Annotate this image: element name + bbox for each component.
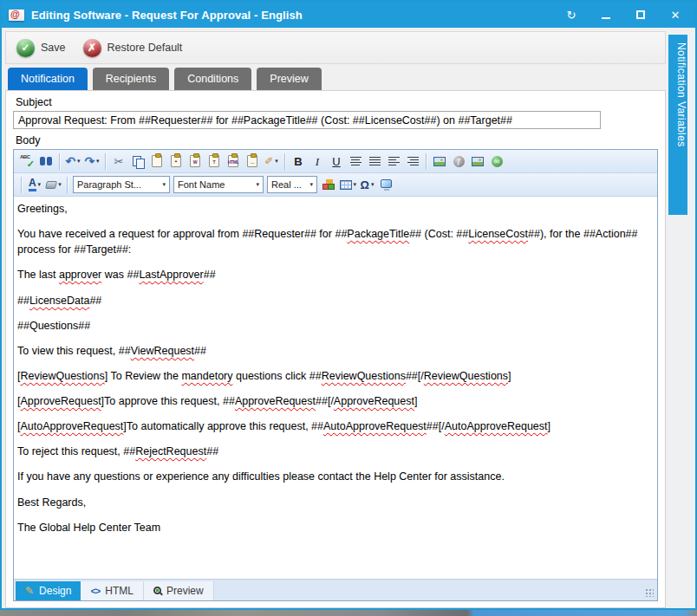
separator bbox=[67, 177, 68, 193]
save-button[interactable]: ✓ Save bbox=[16, 39, 66, 57]
undo-button[interactable]: ↶ bbox=[64, 152, 82, 171]
tab-conditions[interactable]: Conditions bbox=[174, 68, 251, 90]
editor-toolbar-row2: A Paragraph St... ▾ Font Name ▾ bbox=[14, 173, 657, 197]
bold-icon: B bbox=[294, 156, 302, 167]
minimize-icon bbox=[602, 17, 610, 19]
font-color-icon: A bbox=[29, 178, 36, 191]
copy-button[interactable] bbox=[129, 152, 147, 171]
paint-bucket-icon bbox=[45, 181, 57, 189]
find-button[interactable] bbox=[37, 152, 55, 171]
align-right-button[interactable] bbox=[404, 152, 422, 171]
notification-variables-tab[interactable]: Notification Variables bbox=[668, 35, 687, 215]
align-center-icon bbox=[350, 157, 362, 166]
rich-text-editor: ABC ✓ ↶ ↷ ✂ ❝ bbox=[13, 149, 658, 601]
tab-recipients[interactable]: Recipients bbox=[93, 68, 169, 90]
underline-icon: U bbox=[332, 156, 340, 167]
insert-media-button[interactable]: ƒ bbox=[450, 152, 468, 171]
resize-grip[interactable] bbox=[645, 588, 654, 597]
insert-image-button[interactable] bbox=[431, 152, 449, 171]
right-rail: Notification Variables bbox=[666, 31, 693, 608]
hyperlink-icon: ∞ bbox=[492, 156, 503, 167]
minimize-button[interactable] bbox=[600, 9, 612, 21]
command-bar: ✓ Save ✗ Restore Default bbox=[5, 31, 666, 64]
paragraph-style-select[interactable]: Paragraph St... ▾ bbox=[73, 176, 170, 193]
chevron-down-icon: ▾ bbox=[309, 181, 313, 188]
font-color-button[interactable]: A bbox=[26, 176, 44, 194]
paste-word-clean-button[interactable]: W bbox=[186, 152, 205, 171]
paste-plain-text-button[interactable]: T bbox=[205, 152, 224, 171]
copy-icon bbox=[133, 156, 144, 167]
align-center-button[interactable] bbox=[347, 152, 365, 171]
restore-x-icon: ✗ bbox=[83, 39, 101, 57]
screen: Editing Software - Request For Approval … bbox=[0, 0, 697, 616]
omega-icon: Ω bbox=[361, 179, 369, 191]
paste-from-word-button[interactable]: ❝ bbox=[167, 152, 186, 171]
font-size-value: Real ... bbox=[271, 179, 302, 190]
desktop-strip bbox=[0, 609, 697, 616]
align-left-button[interactable] bbox=[385, 152, 403, 171]
paste-as-html-button[interactable]: HTML bbox=[225, 152, 243, 171]
notification-panel: Subject Body ABC ✓ bbox=[5, 90, 666, 608]
tab-preview[interactable]: Preview bbox=[257, 68, 321, 90]
highlight-color-button[interactable] bbox=[45, 176, 63, 194]
refresh-icon[interactable]: ↻ bbox=[565, 9, 577, 21]
separator bbox=[21, 177, 22, 193]
magnifier-icon bbox=[153, 587, 161, 594]
save-check-icon: ✓ bbox=[16, 39, 35, 57]
tab-strip: Notification Recipients Conditions Previ… bbox=[5, 68, 666, 90]
mode-tab-preview-label: Preview bbox=[166, 585, 204, 597]
paste-icon bbox=[152, 155, 162, 167]
editor-toolbar-row1: ABC ✓ ↶ ↷ ✂ ❝ bbox=[14, 150, 657, 173]
insert-module-button[interactable] bbox=[320, 176, 338, 194]
bold-button[interactable]: B bbox=[290, 152, 308, 171]
mode-tab-html[interactable]: <> HTML bbox=[81, 581, 144, 600]
body-label: Body bbox=[16, 134, 658, 146]
format-painter-button[interactable]: ✐ bbox=[263, 152, 281, 171]
align-justify-button[interactable] bbox=[366, 152, 384, 171]
title-bar[interactable]: Editing Software - Request For Approval … bbox=[2, 2, 695, 28]
spellcheck-button[interactable]: ABC ✓ bbox=[18, 152, 36, 171]
separator bbox=[284, 153, 285, 170]
image-manager-button[interactable] bbox=[469, 152, 487, 171]
flash-icon: ƒ bbox=[453, 156, 465, 167]
restore-default-label: Restore Default bbox=[107, 42, 183, 54]
underline-button[interactable]: U bbox=[328, 152, 346, 171]
font-size-select[interactable]: Real ... ▾ bbox=[267, 176, 317, 193]
insert-table-button[interactable] bbox=[339, 176, 358, 194]
editor-canvas[interactable]: Greetings,You have received a request fo… bbox=[14, 197, 657, 579]
image-manager-icon bbox=[472, 157, 484, 166]
font-name-select[interactable]: Font Name ▾ bbox=[173, 176, 264, 193]
italic-button[interactable]: I bbox=[309, 152, 327, 171]
chevron-down-icon: ▾ bbox=[256, 181, 259, 188]
module-blocks-icon bbox=[322, 180, 335, 190]
redo-icon: ↷ bbox=[84, 155, 94, 167]
redo-button[interactable]: ↷ bbox=[83, 152, 101, 171]
fullscreen-button[interactable] bbox=[377, 176, 395, 194]
close-button[interactable]: ✕ bbox=[669, 9, 681, 21]
table-icon bbox=[340, 180, 352, 190]
paste-button[interactable] bbox=[148, 152, 166, 171]
tab-notification[interactable]: Notification bbox=[8, 68, 88, 90]
font-name-value: Font Name bbox=[178, 179, 225, 190]
format-painter-icon: ✐ bbox=[264, 156, 273, 166]
paste-from-word-icon: ❝ bbox=[171, 155, 181, 167]
app-icon bbox=[9, 10, 24, 21]
special-character-button[interactable]: Ω bbox=[358, 176, 376, 194]
monitor-icon bbox=[381, 179, 392, 188]
hyperlink-button[interactable]: ∞ bbox=[488, 152, 506, 171]
maximize-button[interactable] bbox=[635, 9, 647, 21]
restore-default-button[interactable]: ✗ Restore Default bbox=[83, 39, 183, 57]
separator bbox=[105, 153, 106, 170]
mode-tab-design[interactable]: ✎ Design bbox=[16, 581, 81, 600]
editor-mode-bar: ✎ Design <> HTML Preview bbox=[14, 579, 657, 600]
subject-input[interactable] bbox=[13, 111, 601, 129]
paste-as-html-icon: HTML bbox=[228, 155, 238, 167]
mode-tab-preview[interactable]: Preview bbox=[144, 581, 214, 600]
image-icon bbox=[433, 157, 446, 166]
find-icon bbox=[40, 157, 52, 165]
app-window: Editing Software - Request For Approval … bbox=[0, 0, 697, 610]
window-title: Editing Software - Request For Approval … bbox=[31, 9, 565, 22]
paste-options-button[interactable]: … bbox=[244, 152, 262, 171]
cut-button[interactable]: ✂ bbox=[110, 152, 128, 171]
cut-icon: ✂ bbox=[114, 156, 124, 167]
